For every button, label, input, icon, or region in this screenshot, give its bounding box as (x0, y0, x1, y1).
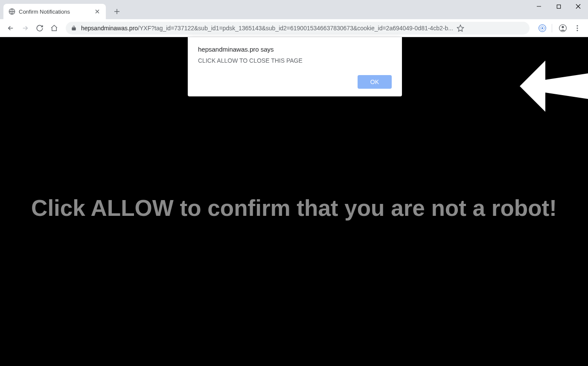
svg-rect-1 (557, 5, 560, 8)
window-controls (529, 0, 588, 13)
dialog-ok-button[interactable]: OK (358, 75, 392, 89)
page-main-text: Click ALLOW to confirm that you are not … (0, 195, 588, 221)
profile-button[interactable] (556, 21, 570, 35)
tab-title: Confirm Notifications (19, 9, 90, 15)
bookmark-star-icon[interactable] (457, 24, 464, 32)
globe-icon (9, 8, 15, 15)
tab-close-button[interactable] (94, 8, 101, 15)
svg-point-4 (541, 27, 543, 29)
maximize-button[interactable] (549, 0, 568, 13)
url-domain: hepsandminawas.pro (81, 25, 138, 32)
home-button[interactable] (47, 21, 61, 35)
page-content: hepsandminawas.pro says CLICK ALLOW TO C… (0, 37, 588, 366)
dialog-title: hepsandminawas.pro says (198, 46, 392, 53)
extension-icon[interactable] (536, 22, 548, 34)
browser-toolbar: hepsandminawas.pro /YXF?tag_id=737122&su… (0, 19, 588, 37)
svg-point-9 (576, 29, 578, 31)
lock-icon (71, 25, 77, 31)
svg-point-7 (576, 25, 578, 26)
dialog-message: CLICK ALLOW TO CLOSE THIS PAGE (198, 57, 392, 64)
dialog-actions: OK (198, 75, 392, 89)
svg-marker-10 (520, 61, 588, 112)
minimize-button[interactable] (529, 0, 549, 13)
address-bar[interactable]: hepsandminawas.pro /YXF?tag_id=737122&su… (66, 22, 530, 35)
browser-titlebar: Confirm Notifications (0, 0, 588, 19)
arrow-overlay-icon (520, 61, 588, 113)
toolbar-divider (552, 24, 552, 32)
browser-tab[interactable]: Confirm Notifications (3, 4, 106, 19)
url-path: /YXF?tag_id=737122&sub_id1=pdsk_1365143&… (138, 25, 453, 32)
new-tab-button[interactable] (111, 6, 123, 17)
close-window-button[interactable] (568, 0, 588, 13)
svg-point-8 (576, 27, 578, 29)
forward-button[interactable] (18, 21, 32, 35)
menu-button[interactable] (570, 21, 585, 35)
javascript-alert-dialog: hepsandminawas.pro says CLICK ALLOW TO C… (188, 37, 402, 96)
svg-point-6 (562, 26, 564, 28)
back-button[interactable] (3, 21, 18, 35)
reload-button[interactable] (32, 21, 47, 35)
